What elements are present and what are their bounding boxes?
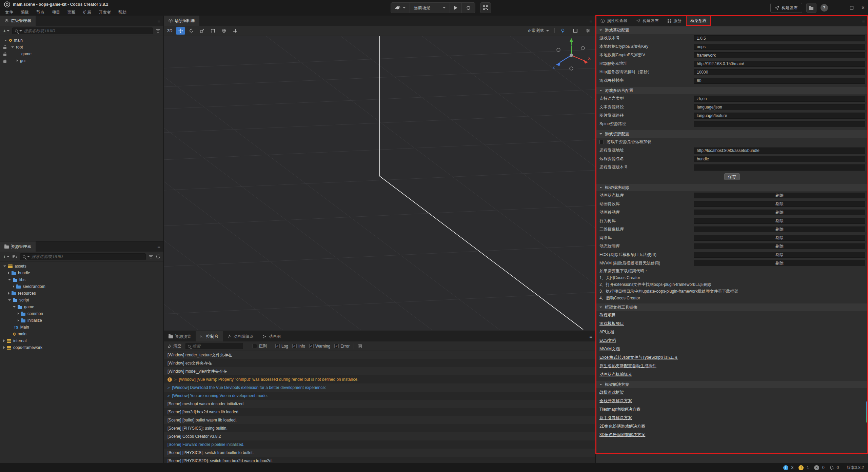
filter-info-checkbox[interactable]: ✓ Info	[292, 344, 305, 349]
remote-res-url-input[interactable]	[694, 148, 865, 154]
tab-assets[interactable]: 资源管理器	[0, 241, 36, 252]
link-2drpg-solution[interactable]: 2D角色扮演游戏解决方案	[599, 424, 645, 429]
remove-button[interactable]: 剔除	[694, 260, 865, 266]
chevron-right-icon[interactable]	[18, 312, 19, 315]
link-template-project[interactable]: 游戏模板项目	[599, 321, 624, 327]
link-excel-tool[interactable]: Excel格式转Json文件与TypeScript代码工具	[599, 355, 678, 360]
hierarchy-searchbox[interactable]	[12, 27, 153, 34]
http-server-input[interactable]	[694, 61, 865, 67]
chevron-down-icon[interactable]	[4, 40, 7, 41]
asset-node-oops-framework[interactable]: oops-framework	[0, 344, 163, 351]
link-mvvm-docs[interactable]: MVVM文档	[599, 346, 620, 352]
remote-bundle-name-input[interactable]	[694, 156, 865, 162]
log-row-info[interactable]: > [Window] You are running Vue in develo…	[164, 392, 595, 400]
remove-button[interactable]: 剔除	[694, 243, 865, 249]
qrcode-button[interactable]	[480, 2, 491, 13]
checkbox-checked-icon[interactable]: ✓	[275, 344, 280, 348]
link-wargame-framework[interactable]: 战棋游戏框架	[599, 390, 624, 395]
log-file-icon[interactable]	[358, 344, 362, 348]
chevron-down-icon[interactable]	[3, 266, 6, 267]
asset-node-script[interactable]: script	[0, 297, 163, 303]
filter-icon[interactable]	[156, 29, 160, 33]
remove-button[interactable]: 剔除	[694, 201, 865, 207]
hierarchy-node-gui[interactable]: gui	[0, 57, 163, 64]
log-row[interactable]: [Scene] Cocos Creator v3.8.2	[164, 432, 595, 440]
log-row[interactable]: [Window] ecs文件夹存在	[164, 359, 595, 367]
bell-icon[interactable]	[830, 466, 834, 470]
log-row-warning[interactable]: ! > [Window] [Vue warn]: Property "onInp…	[164, 375, 595, 383]
preview-target-dropdown[interactable]	[391, 3, 410, 13]
clear-console-button[interactable]: 清空	[167, 343, 181, 349]
image-res-path-input[interactable]	[694, 113, 865, 119]
crypto-key-input[interactable]	[694, 44, 865, 50]
chevron-right-icon[interactable]	[3, 339, 5, 342]
log-row[interactable]: [Scene] meshopt wasm decoder initialized	[164, 400, 595, 408]
chevron-down-icon[interactable]	[11, 46, 14, 48]
create-node-button[interactable]: +	[3, 28, 9, 34]
expand-icon[interactable]: >	[174, 377, 176, 381]
section-game-base-config[interactable]: 游戏基础配置	[596, 26, 868, 34]
languages-input[interactable]	[694, 96, 865, 102]
remove-button[interactable]: 剔除	[694, 210, 865, 215]
log-row[interactable]: [Scene] [PHYSICS2D]: switch from box2d-w…	[164, 457, 595, 463]
play-button[interactable]	[450, 3, 462, 13]
log-row[interactable]: [Scene] [PHYSICS]: using builtin.	[164, 424, 595, 432]
log-row[interactable]: [Scene] [PHYSICS]: switch from builtin t…	[164, 449, 595, 457]
asset-node-libs[interactable]: libs	[0, 276, 163, 283]
snap-tool-button[interactable]	[230, 27, 239, 35]
checkbox-checked-icon[interactable]: ✓	[334, 344, 339, 348]
tab-asset-preview[interactable]: 资源预览	[164, 331, 196, 341]
log-row-info[interactable]: > [Window] Download the Vue Devtools ext…	[164, 383, 595, 392]
build-publish-button[interactable]: 构建发布	[770, 3, 802, 13]
help-button[interactable]: ?	[821, 4, 828, 12]
hierarchy-node-root[interactable]: root	[0, 44, 163, 51]
hierarchy-search-input[interactable]	[24, 28, 150, 33]
link-hotupdate-plugin[interactable]: 原生包热更新配置自动生成插件	[599, 363, 656, 369]
filter-icon[interactable]	[149, 255, 153, 259]
chevron-right-icon[interactable]	[3, 346, 5, 349]
assets-search-input[interactable]	[32, 254, 143, 259]
tab-build-publish[interactable]: 构建发布	[632, 16, 663, 26]
rotate-tool-button[interactable]	[187, 27, 196, 35]
remove-button[interactable]: 剔除	[694, 227, 865, 232]
open-folder-button[interactable]	[806, 3, 816, 13]
move-tool-button[interactable]	[176, 27, 185, 35]
chevron-down-icon[interactable]	[8, 279, 11, 280]
link-animator-editor[interactable]: 动画状态机编辑器	[599, 372, 632, 377]
link-fullstack-solution[interactable]: 全栈开发解决方案	[599, 398, 632, 404]
asset-node-seedrandom[interactable]: seedrandom	[0, 283, 163, 290]
log-row[interactable]: [Window] model_view文件夹存在	[164, 367, 595, 375]
view-mode-select[interactable]: 正常浏览	[526, 28, 551, 34]
lighting-toggle-button[interactable]	[558, 27, 567, 35]
tab-animation-editor[interactable]: 动画编辑器	[223, 331, 258, 341]
frame-rate-input[interactable]	[694, 78, 865, 84]
regex-checkbox[interactable]: 正则	[253, 343, 267, 349]
sort-icon[interactable]	[12, 255, 17, 259]
tab-services[interactable]: 服务	[663, 16, 686, 26]
chevron-right-icon[interactable]	[13, 285, 14, 288]
asset-node-game[interactable]: game	[0, 303, 163, 310]
camera-preview-button[interactable]	[571, 27, 580, 35]
console-log-list[interactable]: [Window] render_texture文件夹存在 [Window] ec…	[164, 351, 595, 463]
link-ecs-docs[interactable]: ECS文档	[599, 338, 616, 343]
panel-menu-icon[interactable]: ≡	[589, 331, 592, 341]
tab-hierarchy[interactable]: 层级管理器	[0, 16, 36, 26]
warning-count-icon[interactable]: !	[798, 465, 804, 470]
asset-node-resources[interactable]: resources	[0, 290, 163, 297]
refresh-icon[interactable]	[156, 254, 160, 259]
checkbox-checked-icon[interactable]: ✓	[292, 344, 297, 348]
section-solutions[interactable]: 框架解决方案	[596, 381, 868, 388]
log-row[interactable]: [Window] render_texture文件夹存在	[164, 351, 595, 359]
chevron-down-icon[interactable]	[8, 299, 11, 301]
assets-searchbox[interactable]	[20, 253, 146, 260]
error-count-icon[interactable]: ×	[814, 465, 819, 470]
asset-node-initialize[interactable]: initialize	[0, 317, 163, 324]
log-row-info[interactable]: [Scene] Forward render pipeline initiali…	[164, 440, 595, 449]
http-timeout-input[interactable]	[694, 69, 865, 75]
chevron-right-icon[interactable]	[17, 59, 18, 62]
chevron-right-icon[interactable]	[18, 319, 19, 322]
hierarchy-node-main[interactable]: main	[0, 37, 163, 44]
asset-node-bundle[interactable]: bundle	[0, 270, 163, 276]
log-row[interactable]: [Scene] [bullet]:bullet wasm lib loaded.	[164, 416, 595, 424]
axis-gizmo[interactable]: Y X Z	[551, 36, 592, 77]
